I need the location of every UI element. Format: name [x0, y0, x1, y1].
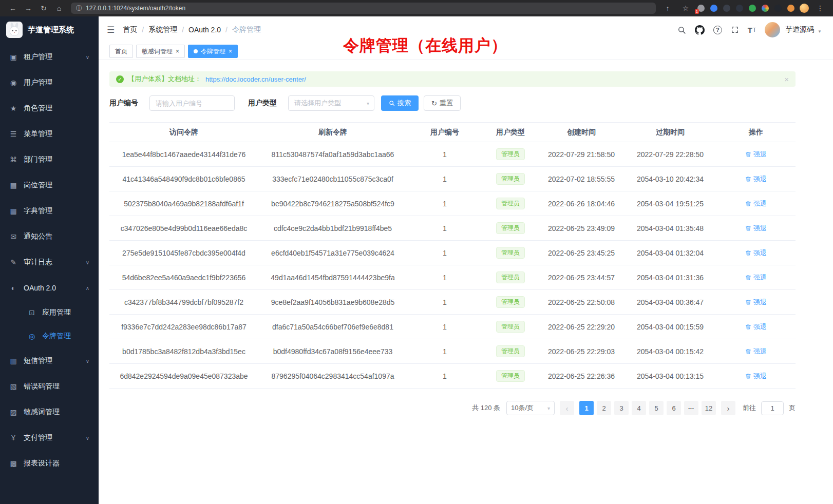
force-logout-button[interactable]: 强退 — [745, 347, 767, 356]
breadcrumb-separator: / — [182, 26, 184, 34]
sidebar-item-oauth2[interactable]: ◐ OAuth 2.0 ∧ — [0, 275, 99, 301]
fullscreen-icon[interactable] — [731, 26, 739, 34]
extension-icons: 1 — [697, 4, 795, 12]
browser-menu-icon[interactable]: ⋮ — [813, 2, 827, 14]
force-logout-button[interactable]: 强退 — [745, 150, 767, 159]
sidebar-item-role[interactable]: ★ 角色管理 — [0, 95, 99, 121]
breadcrumb-item[interactable]: 首页 — [123, 25, 137, 34]
tab-close-icon[interactable]: × — [176, 48, 179, 54]
extension-dark-3[interactable] — [774, 4, 782, 12]
cell-refresh-token: cdfc4ce9c2da4bb1bdf21b9918ff4be5 — [258, 216, 407, 241]
extension-dark-1[interactable] — [723, 4, 731, 12]
menu-item-label: 角色管理 — [24, 104, 52, 113]
pagination-page[interactable]: 5 — [649, 401, 664, 415]
force-logout-button[interactable]: 强退 — [745, 372, 767, 381]
github-icon[interactable] — [695, 25, 705, 35]
search-icon[interactable] — [677, 26, 686, 34]
tab-token[interactable]: 令牌管理 × — [188, 45, 238, 58]
tab-home[interactable]: 首页 — [109, 45, 133, 58]
back-icon[interactable]: ← — [6, 2, 20, 14]
sidebar-item-dept[interactable]: ⌘ 部门管理 — [0, 147, 99, 172]
sidebar-item-menu[interactable]: ☰ 菜单管理 — [0, 121, 99, 147]
breadcrumb-item[interactable]: OAuth 2.0 — [188, 26, 221, 34]
force-logout-button[interactable]: 强退 — [745, 322, 767, 332]
pagination-page[interactable]: 3 — [614, 401, 629, 415]
pagination-page[interactable]: ••• — [684, 401, 698, 415]
app-logo[interactable]: 芋道管理系统 — [0, 16, 99, 43]
cell-expire-time: 2054-03-04 19:51:25 — [624, 191, 716, 216]
site-info-icon[interactable]: ⓘ — [76, 4, 82, 13]
sidebar-item-sensitive-word[interactable]: ▨ 敏感词管理 — [0, 399, 99, 425]
extension-smiley[interactable] — [787, 4, 795, 12]
force-logout-button[interactable]: 强退 — [745, 224, 767, 233]
cell-access-token: 54d6be82ee5a460a9aedc1f9bf223656 — [109, 265, 258, 290]
force-logout-button[interactable]: 强退 — [745, 273, 767, 282]
user-id-input[interactable] — [149, 95, 235, 111]
next-page-button[interactable]: › — [721, 401, 735, 415]
reset-button[interactable]: ↻ 重置 — [424, 95, 461, 111]
font-size-icon[interactable]: TT — [748, 26, 756, 34]
sidebar-item-tenant[interactable]: ▣ 租户管理 ∨ — [0, 44, 99, 70]
address-bar[interactable]: ⓘ 127.0.0.1:1024/system/oauth2/token — [71, 3, 656, 14]
sidebar-item-notice[interactable]: ✉ 通知公告 — [0, 224, 99, 249]
user-type-select[interactable]: 请选择用户类型 ▾ — [288, 95, 374, 111]
rabbit-logo-image — [6, 22, 23, 38]
pagination-page[interactable]: 4 — [632, 401, 646, 415]
sidebar-item-report-designer[interactable]: ▩ 报表设计器 — [0, 451, 99, 476]
pagination-page[interactable]: 2 — [597, 401, 611, 415]
home-icon[interactable]: ⌂ — [52, 2, 66, 14]
menu-item-label: 支付管理 — [24, 433, 52, 442]
alert-close-icon[interactable]: × — [784, 75, 789, 84]
force-logout-button[interactable]: 强退 — [745, 175, 767, 184]
extension-blue[interactable] — [710, 4, 718, 12]
reload-icon[interactable]: ↻ — [37, 2, 50, 14]
prev-page-button[interactable]: ‹ — [560, 401, 574, 415]
annotation-overlay: 令牌管理（在线用户） — [343, 35, 507, 56]
user-menu-caret-icon[interactable]: ▼ — [818, 29, 822, 34]
menu-item-label: 敏感词管理 — [24, 408, 60, 417]
force-logout-button[interactable]: 强退 — [745, 248, 767, 258]
page-size-select[interactable]: 10条/页 ▾ — [506, 401, 555, 415]
tab-close-icon[interactable]: × — [229, 48, 232, 54]
forward-icon[interactable]: → — [22, 2, 35, 14]
extension-green[interactable] — [748, 4, 756, 12]
sidebar-item-audit-log[interactable]: ✎ 审计日志 ∨ — [0, 249, 99, 275]
column-header: 操作 — [716, 123, 796, 142]
sidebar-item-post[interactable]: ▤ 岗位管理 — [0, 172, 99, 198]
breadcrumb-item[interactable]: 系统管理 — [148, 25, 177, 34]
sidebar-item-user[interactable]: ◉ 用户管理 — [0, 70, 99, 95]
sidebar-subitem-oauth2-token[interactable]: ◎ 令牌管理 — [0, 324, 99, 348]
menu-item-icon: ☰ — [9, 130, 17, 138]
sidebar-item-dict[interactable]: ▦ 字典管理 — [0, 198, 99, 224]
force-logout-button[interactable]: 强退 — [745, 199, 767, 208]
doc-link[interactable]: https://doc.iocoder.cn/user-center/ — [205, 75, 306, 83]
sidebar-item-error-code[interactable]: ▧ 错误码管理 — [0, 374, 99, 399]
user-type-badge: 管理员 — [496, 370, 525, 382]
extension-gray-badged[interactable]: 1 — [697, 4, 705, 12]
menu-item-icon: ✎ — [9, 258, 17, 266]
bookmark-star-icon[interactable]: ☆ — [679, 2, 692, 14]
pagination-page[interactable]: 1 — [579, 401, 594, 415]
sidebar-item-sms[interactable]: ▥ 短信管理 ∨ — [0, 348, 99, 374]
share-icon[interactable]: ↑ — [661, 2, 674, 14]
pagination-page[interactable]: 6 — [667, 401, 681, 415]
table-row: 1ea5e44f8bc1467aaede43144f31de76 811c530… — [109, 142, 796, 167]
help-icon[interactable]: ? — [713, 26, 722, 34]
sidebar-collapse-icon[interactable]: ☰ — [107, 25, 115, 35]
extension-colorful[interactable] — [761, 4, 769, 12]
goto-page-input[interactable] — [761, 401, 784, 415]
extension-dark-2[interactable] — [735, 4, 744, 12]
cell-refresh-token: 811c530487574fa0af1a59d3abc1aa66 — [258, 142, 407, 167]
menu-item-label: 应用管理 — [42, 308, 71, 317]
browser-profile-avatar[interactable] — [800, 4, 809, 13]
user-name[interactable]: 芋道源码 — [785, 25, 814, 34]
cell-create-time: 2022-06-25 22:29:20 — [539, 315, 624, 339]
user-avatar[interactable] — [765, 22, 780, 37]
tab-sensitive-word[interactable]: 敏感词管理 × — [136, 45, 185, 58]
force-logout-button[interactable]: 强退 — [745, 298, 767, 307]
sidebar-subitem-oauth2-app[interactable]: ⊡ 应用管理 — [0, 301, 99, 324]
sidebar-item-pay[interactable]: ¥ 支付管理 ∨ — [0, 425, 99, 451]
cell-refresh-token: dfa6c71a50a54c66bef706ef9e6e8d81 — [258, 315, 407, 339]
pagination-page[interactable]: 12 — [702, 401, 716, 415]
search-button[interactable]: 搜索 — [381, 95, 419, 111]
